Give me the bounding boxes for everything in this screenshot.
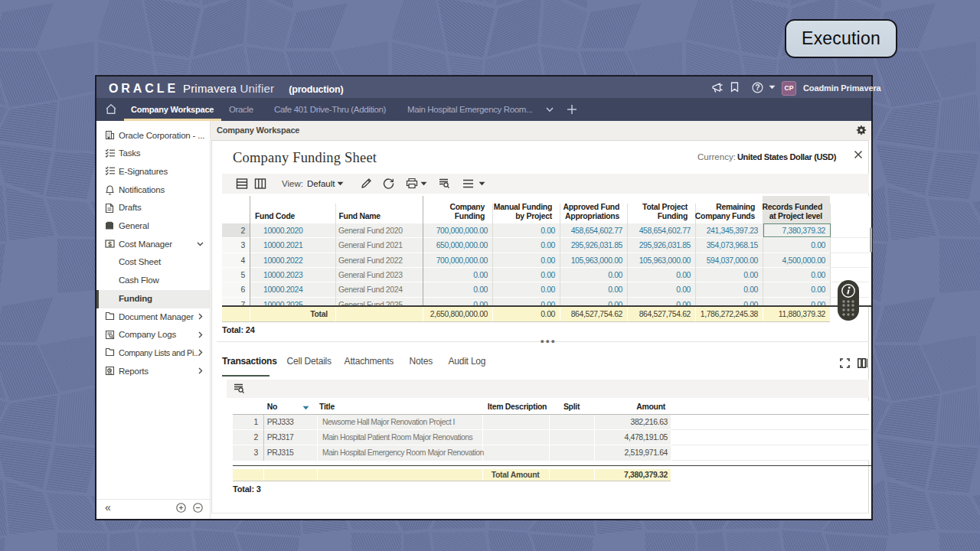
svg-text:$: $ bbox=[108, 240, 112, 248]
svg-text:?: ? bbox=[755, 83, 760, 92]
